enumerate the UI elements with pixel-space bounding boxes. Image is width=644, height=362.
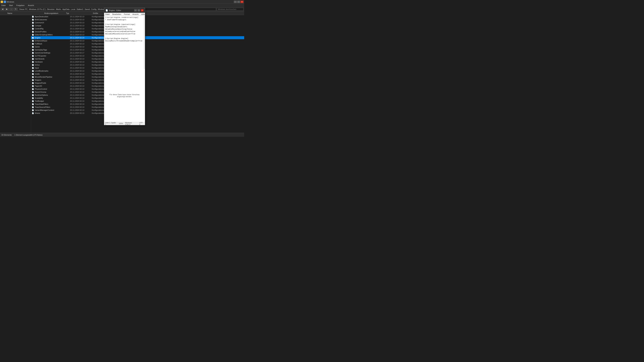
file-icon: 📄: [32, 58, 34, 60]
notepad-close-button[interactable]: ✕: [141, 9, 144, 11]
taskbar: Windows ─ □ ✕: [0, 0, 244, 4]
notepad-minimize-button[interactable]: ─: [134, 9, 137, 11]
notepad-menu-ansicht[interactable]: Ansicht: [132, 13, 139, 15]
path-dieser-pc[interactable]: Dieser PC: [19, 8, 28, 10]
file-date: 23.11.2024 02:13: [70, 64, 92, 66]
file-name: Game: [35, 46, 70, 48]
file-name: VariantManagerContent: [35, 109, 70, 111]
taskbar-app-icon: [4, 1, 6, 3]
notepad-title: Engine - Editor: [109, 9, 134, 11]
path-windows[interactable]: Windows 10 Pro (C:): [29, 8, 46, 10]
path-stalker2[interactable]: Stalker2: [76, 8, 83, 10]
path-saved[interactable]: Saved: [84, 8, 90, 10]
notepad-file-icon: 📄: [106, 9, 108, 11]
file-icon: 📄: [32, 39, 34, 42]
taskbar-close[interactable]: ✕: [240, 1, 244, 3]
menu-ansicht[interactable]: Ansicht: [27, 4, 34, 6]
file-name: RazerChroma: [35, 91, 70, 93]
file-name: Hardware: [35, 61, 70, 63]
file-icon: 📄: [32, 79, 34, 81]
path-appdata[interactable]: AppData: [62, 8, 70, 10]
file-icon: 📄: [32, 94, 34, 96]
file-date: 23.11.2024 02:13: [70, 91, 92, 93]
menu-freigeben[interactable]: Freigeben: [16, 4, 25, 6]
notepad-menu-format[interactable]: Format: [124, 13, 130, 15]
file-name: modio: [35, 73, 70, 75]
file-icon: 📄: [32, 106, 34, 108]
notepad-menubar: Datei Bearbeiten Format Ansicht Hilfe: [104, 13, 145, 16]
file-name: Niagara: [35, 79, 70, 81]
menu-datei[interactable]: Datei: [1, 4, 6, 6]
taskbar-maximize[interactable]: □: [237, 1, 240, 3]
statusbar: 33 Elemente 1 Element ausgewählt (275 By…: [0, 133, 244, 137]
forward-button[interactable]: ▶: [5, 8, 9, 11]
file-date: 23.11.2024 02:13: [70, 49, 92, 51]
file-date: 23.11.2024 02:13: [70, 34, 92, 36]
file-name: Input: [35, 67, 70, 69]
notepad-scrollbar[interactable]: [144, 16, 145, 69]
file-date: 23.11.2024 02:13: [70, 58, 92, 60]
no-preview-text: Für diese Datei kann keine Vorschau ange…: [104, 92, 145, 99]
path-config[interactable]: Config: [91, 8, 96, 10]
statusbar-selected: 1 Element ausgewählt (275 Bytes): [14, 134, 42, 136]
file-name: Engine: [35, 37, 70, 39]
file-name: EnhancedInput: [35, 40, 70, 42]
file-name: FullBlack: [35, 43, 70, 45]
file-name: Compat: [35, 25, 70, 27]
file-date: 23.11.2024 02:13: [70, 106, 92, 108]
notepad-zoom: 100%: [119, 123, 123, 124]
taskbar-minimize[interactable]: ─: [234, 1, 237, 3]
path-benutzer[interactable]: Benutzer: [47, 8, 55, 10]
file-icon: 📄: [32, 45, 34, 48]
file-date: 23.11.2024 02:13: [70, 94, 92, 96]
file-icon: 📄: [32, 70, 34, 72]
file-date: 23.11.2024 02:13: [70, 97, 92, 99]
file-date: 23.11.2024 02:13: [70, 70, 92, 72]
file-icon: 📄: [32, 49, 34, 51]
file-name: Paper2D: [35, 85, 70, 87]
notepad-content[interactable]: [/script/engine.renderersettings] r.OneF…: [104, 16, 144, 69]
file-date: 23.11.2024 02:13: [70, 73, 92, 75]
file-icon: 📄: [32, 73, 34, 75]
notepad-menu-hilfe[interactable]: Hilfe: [141, 13, 146, 15]
col-header-name[interactable]: Name: [1, 12, 44, 14]
notepad-lineending: Windows (CRLF): [125, 122, 137, 125]
menu-start[interactable]: Start: [8, 4, 14, 6]
notepad-titlebar: 📄 Engine - Editor ─ □ ✕: [104, 8, 145, 13]
file-date: 23.11.2024 02:13: [70, 67, 92, 69]
file-date: 23.11.2024 02:13: [70, 109, 92, 111]
file-icon: 📄: [32, 112, 34, 114]
file-icon: 📄: [32, 33, 34, 36]
file-date: 23.11.2024 02:13: [70, 55, 92, 57]
file-icon: 📄: [32, 85, 34, 87]
up-button[interactable]: ↑: [10, 8, 13, 11]
file-date: 23.11.2024 02:13: [70, 103, 92, 105]
file-date: 23.11.2024 02:13: [70, 85, 92, 87]
notepad-encoding: UTF-8: [139, 122, 144, 125]
file-name: EditorScriptingUtilities: [35, 34, 70, 36]
back-button[interactable]: ◀: [1, 8, 4, 11]
file-date: 23.11.2024 02:13: [70, 31, 92, 33]
col-header-type[interactable]: Typ: [66, 12, 93, 14]
path-local[interactable]: Local: [71, 8, 75, 10]
notepad-statusbar: Zeile 2, Spalte 1 100% Windows (CRLF) UT…: [104, 122, 145, 125]
file-date: 23.11.2024 02:13: [70, 43, 92, 45]
col-header-date[interactable]: Änderungsdatum: [44, 12, 66, 14]
search-input[interactable]: [217, 8, 244, 11]
file-date: 23.11.2024 02:13: [70, 22, 92, 24]
file-name: ApexDestruction: [35, 15, 70, 17]
notepad-maximize-button[interactable]: □: [138, 9, 140, 11]
file-name: RuntimeOptions: [35, 94, 70, 96]
refresh-button[interactable]: ↻: [14, 8, 18, 11]
file-icon: 📄: [32, 15, 34, 18]
file-icon: 📄: [32, 91, 34, 93]
notepad-menu-datei[interactable]: Datei: [105, 13, 110, 15]
file-date: 23.11.2024 02:13: [70, 100, 92, 102]
path-martin[interactable]: Martin: [56, 8, 61, 10]
file-name: CommonUI: [35, 22, 70, 24]
file-date: 23.11.2024 02:17: [70, 52, 92, 54]
file-name: TraceSourceFilters: [35, 106, 70, 108]
file-name: GLTFExporter: [35, 55, 70, 57]
notepad-menu-bearbeiten[interactable]: Bearbeiten: [112, 13, 122, 15]
col-header-size[interactable]: Größe: [93, 12, 103, 14]
